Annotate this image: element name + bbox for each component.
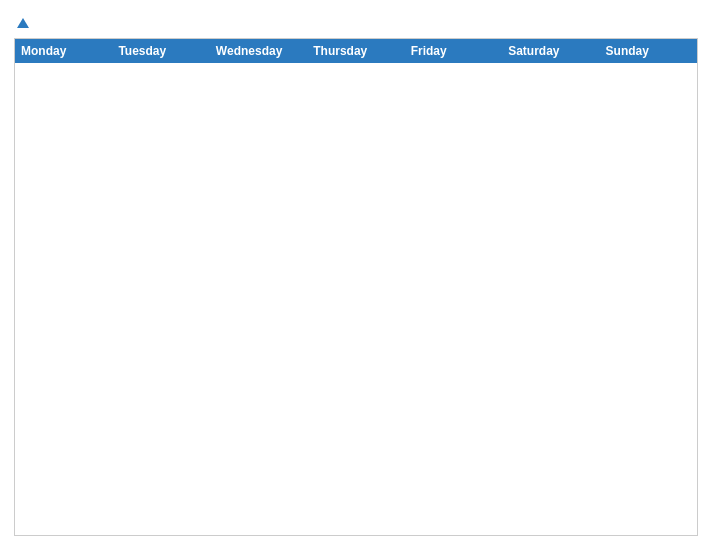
calendar: MondayTuesdayWednesdayThursdayFridaySatu…: [14, 38, 698, 536]
weeks-container: [15, 63, 697, 535]
header: [14, 18, 698, 28]
day-header-wednesday: Wednesday: [210, 39, 307, 63]
day-header-thursday: Thursday: [307, 39, 404, 63]
day-header-sunday: Sunday: [600, 39, 697, 63]
days-header: MondayTuesdayWednesdayThursdayFridaySatu…: [15, 39, 697, 63]
page: MondayTuesdayWednesdayThursdayFridaySatu…: [0, 0, 712, 550]
day-header-tuesday: Tuesday: [112, 39, 209, 63]
logo: [14, 18, 29, 28]
logo-blue-text: [14, 18, 29, 28]
day-header-saturday: Saturday: [502, 39, 599, 63]
day-header-monday: Monday: [15, 39, 112, 63]
day-header-friday: Friday: [405, 39, 502, 63]
logo-triangle-icon: [17, 18, 29, 28]
